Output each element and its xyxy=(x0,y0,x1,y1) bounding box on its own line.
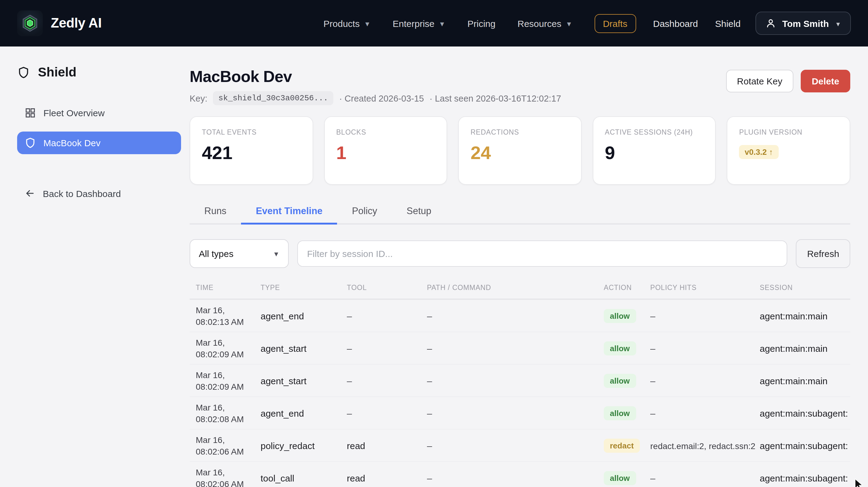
stat-card-redactions: REDACTIONS24 xyxy=(458,116,582,185)
tab-event-timeline[interactable]: Event Timeline xyxy=(241,200,337,224)
action-badge-allow: allow xyxy=(604,406,636,421)
event-table: TIMETYPETOOLPATH / COMMANDACTIONPOLICY H… xyxy=(190,281,850,487)
filter-row: All types ▼ Refresh xyxy=(190,239,850,268)
cell-tool: – xyxy=(347,343,427,354)
cell-path: – xyxy=(427,343,604,354)
cell-policy-hits: – xyxy=(650,311,760,322)
action-badge-allow: allow xyxy=(604,309,636,323)
user-icon xyxy=(765,18,776,29)
last-seen: · Last seen 2026-03-16T12:02:17 xyxy=(429,93,561,103)
cell-path: – xyxy=(427,408,604,419)
nav-menu-pricing[interactable]: Pricing xyxy=(467,18,495,28)
cell-tool: – xyxy=(347,311,427,322)
cell-path: – xyxy=(427,311,604,322)
cell-path: – xyxy=(427,473,604,484)
nav-menu-enterprise[interactable]: Enterprise▼ xyxy=(393,18,445,28)
stat-value: 1 xyxy=(336,143,435,164)
cell-session: agent:main:subagent: xyxy=(760,441,850,451)
drafts-button[interactable]: Drafts xyxy=(594,14,636,33)
cell-tool: read xyxy=(347,441,427,451)
action-badge-allow: allow xyxy=(604,342,636,356)
cell-time: Mar 16,08:02:06 AM xyxy=(196,467,260,487)
brand[interactable]: Zedly AI xyxy=(17,10,101,36)
tab-policy[interactable]: Policy xyxy=(337,200,392,224)
key-label: Key: xyxy=(190,93,207,103)
column-header-path-command: PATH / COMMAND xyxy=(427,284,604,291)
sidebar-back-label: Back to Dashboard xyxy=(43,188,121,199)
version-badge: v0.3.2 ↑ xyxy=(739,145,779,159)
cell-session: agent:main:subagent: xyxy=(760,408,850,419)
column-header-type: TYPE xyxy=(260,284,347,291)
nav-link-shield[interactable]: Shield xyxy=(715,18,740,28)
table-row: Mar 16,08:02:09 AMagent_start––allow–age… xyxy=(190,365,850,397)
event-type-select[interactable]: All types ▼ xyxy=(190,239,289,268)
shield-icon xyxy=(25,137,36,149)
stats-row: TOTAL EVENTS421BLOCKS1REDACTIONS24ACTIVE… xyxy=(190,116,850,185)
rotate-key-button[interactable]: Rotate Key xyxy=(726,70,794,92)
stat-value: 421 xyxy=(202,143,301,164)
stat-label: TOTAL EVENTS xyxy=(202,127,301,138)
cell-action: allow xyxy=(604,342,650,356)
stat-value: 24 xyxy=(470,143,569,164)
stat-card-total-events: TOTAL EVENTS421 xyxy=(190,116,313,185)
sidebar-back-to-dashboard[interactable]: Back to Dashboard xyxy=(17,182,181,204)
cell-type: agent_end xyxy=(260,311,347,322)
chevron-down-icon: ▼ xyxy=(565,20,572,28)
nav-menu-label: Pricing xyxy=(467,18,495,28)
sidebar-items: Fleet OverviewMacBook Dev xyxy=(17,101,181,154)
cell-session: agent:main:main xyxy=(760,343,850,354)
cell-type: agent_start xyxy=(260,376,347,386)
app-viewport: Zedly AI Products▼Enterprise▼PricingReso… xyxy=(0,0,868,487)
action-badge-allow: allow xyxy=(604,374,636,388)
sidebar-item-label: Fleet Overview xyxy=(43,108,104,118)
cell-session: agent:main:subagent: xyxy=(760,473,850,484)
chevron-down-icon: ▼ xyxy=(835,21,841,27)
cell-tool: – xyxy=(347,376,427,386)
nav-link-dashboard[interactable]: Dashboard xyxy=(653,18,698,28)
nav-menu-label: Resources xyxy=(518,18,561,28)
stat-label: BLOCKS xyxy=(336,127,435,138)
delete-button[interactable]: Delete xyxy=(801,70,850,92)
sidebar-item-label: MacBook Dev xyxy=(43,138,101,148)
mouse-cursor xyxy=(855,479,864,487)
cell-session: agent:main:main xyxy=(760,311,850,322)
table-row: Mar 16,08:02:09 AMagent_start––allow–age… xyxy=(190,332,850,365)
cell-policy-hits: – xyxy=(650,408,760,419)
cell-action: allow xyxy=(604,471,650,485)
action-badge-redact: redact xyxy=(604,439,640,453)
nav-menu-products[interactable]: Products▼ xyxy=(323,18,371,28)
table-body: Mar 16,08:02:13 AMagent_end––allow–agent… xyxy=(190,300,850,487)
cell-action: allow xyxy=(604,374,650,388)
top-nav: Zedly AI Products▼Enterprise▼PricingReso… xyxy=(0,0,868,47)
brand-name: Zedly AI xyxy=(51,15,101,31)
grid-icon xyxy=(25,107,36,119)
nav-menu-label: Products xyxy=(323,18,360,28)
stat-label: ACTIVE SESSIONS (24H) xyxy=(605,127,704,138)
cell-path: – xyxy=(427,441,604,451)
cell-tool: read xyxy=(347,473,427,484)
cell-session: agent:main:main xyxy=(760,376,850,386)
nav-menu-resources[interactable]: Resources▼ xyxy=(518,18,572,28)
cell-policy-hits: – xyxy=(650,343,760,354)
chevron-down-icon: ▼ xyxy=(364,20,371,28)
sidebar: Shield Fleet OverviewMacBook Dev Back to… xyxy=(0,47,190,487)
cell-type: policy_redact xyxy=(260,441,347,451)
sidebar-item-macbook-dev[interactable]: MacBook Dev xyxy=(17,131,181,154)
sidebar-title-label: Shield xyxy=(38,65,76,80)
refresh-button[interactable]: Refresh xyxy=(796,239,850,268)
tab-setup[interactable]: Setup xyxy=(392,200,446,224)
cell-time: Mar 16,08:02:09 AM xyxy=(196,337,260,360)
session-filter-input[interactable] xyxy=(297,240,787,267)
cell-type: agent_start xyxy=(260,343,347,354)
table-row: Mar 16,08:02:13 AMagent_end––allow–agent… xyxy=(190,300,850,332)
event-type-select-value: All types xyxy=(199,248,234,259)
cell-action: allow xyxy=(604,309,650,323)
tabs: RunsEvent TimelinePolicySetup xyxy=(190,200,850,224)
cell-time: Mar 16,08:02:09 AM xyxy=(196,369,260,393)
stat-label: PLUGIN VERSION xyxy=(739,127,838,138)
stat-label: REDACTIONS xyxy=(470,127,569,138)
user-name: Tom Smith xyxy=(782,18,829,28)
user-menu-button[interactable]: Tom Smith ▼ xyxy=(755,11,851,35)
tab-runs[interactable]: Runs xyxy=(190,200,241,224)
sidebar-item-fleet-overview[interactable]: Fleet Overview xyxy=(17,101,181,124)
